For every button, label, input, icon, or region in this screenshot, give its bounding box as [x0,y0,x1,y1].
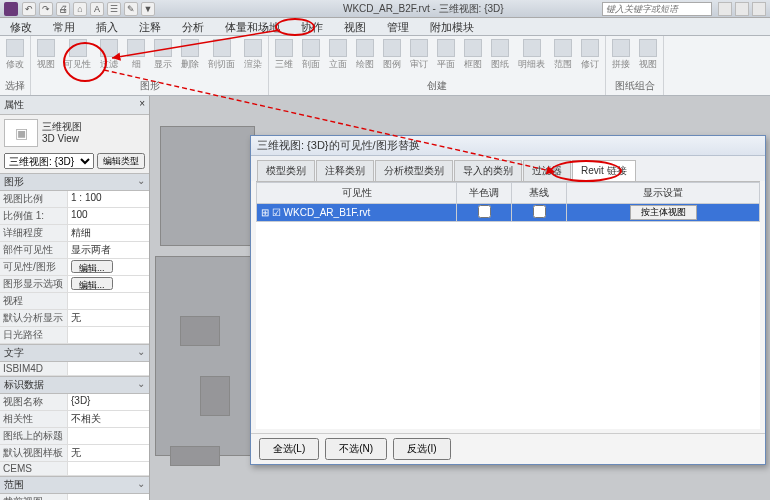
ribbon-三维[interactable]: 三维 [273,38,295,72]
ribbon-修订[interactable]: 修订 [579,38,601,72]
prop-row[interactable]: 相关性不相关 [0,411,149,428]
halftone-checkbox[interactable] [478,205,491,218]
ribbon-审订[interactable]: 审订 [408,38,430,72]
ribbon-剖面[interactable]: 剖面 [300,38,322,72]
app-icon[interactable] [4,2,18,16]
dtab-filters[interactable]: 过滤器 [523,160,571,181]
dtab-annot[interactable]: 注释类别 [316,160,374,181]
col-underlay[interactable]: 基线 [512,183,567,204]
ribbon-平面[interactable]: 平面 [435,38,457,72]
properties-panel: 属性× ▣ 三维视图 3D View 三维视图: {3D} 编辑类型 图形⌄视图… [0,96,150,500]
prop-row[interactable]: 详细程度精细 [0,225,149,242]
ribbon-剖切面[interactable]: 剖切面 [206,38,237,72]
prop-row[interactable]: 可见性/图形编辑... [0,259,149,276]
props-section-标识数据[interactable]: 标识数据⌄ [0,376,149,394]
ribbon-框图[interactable]: 框图 [462,38,484,72]
search-input[interactable] [602,2,712,16]
dtab-revit-links[interactable]: Revit 链接 [572,160,636,181]
prop-row[interactable]: 视程 [0,293,149,310]
tab-collab[interactable]: 协作 [291,18,334,35]
qat-home[interactable]: ⌂ [73,2,87,16]
qat-menu[interactable]: ☰ [107,2,121,16]
prop-row[interactable]: 图形显示选项编辑... [0,276,149,293]
tab-modify[interactable]: 修改 [0,18,43,35]
tab-manage[interactable]: 管理 [377,18,420,35]
links-table: 可见性 半色调 基线 显示设置 ⊞ ☑ WKCD_AR_B1F.rvt 按主体视… [256,182,760,222]
ribbon-明细表[interactable]: 明细表 [516,38,547,72]
prop-row[interactable]: 视图名称{3D} [0,394,149,411]
qat-print[interactable]: 🖨 [56,2,70,16]
dtab-imported[interactable]: 导入的类别 [454,160,522,181]
min-icon[interactable] [752,2,766,16]
dtab-analytical[interactable]: 分析模型类别 [375,160,453,181]
prop-row[interactable]: 图纸上的标题 [0,428,149,445]
ribbon-显示[interactable]: 显示 [152,38,174,72]
tab-annotate[interactable]: 注释 [129,18,172,35]
dtab-model[interactable]: 模型类别 [257,160,315,181]
col-display[interactable]: 显示设置 [567,183,760,204]
prop-row[interactable]: CEMS [0,462,149,476]
ribbon-视图[interactable]: 视图 [35,38,57,72]
ribbon-过滤[interactable]: 过滤 [98,38,120,72]
ribbon: 修改选择视图可见性过滤细显示删除剖切面渲染图形三维剖面立面绘图图例审订平面框图图… [0,36,770,96]
ribbon-渲染[interactable]: 渲染 [242,38,264,72]
type-name-en: 3D View [42,133,82,145]
ribbon-group-label: 创建 [273,79,601,93]
ribbon-删除[interactable]: 删除 [179,38,201,72]
ribbon-图例[interactable]: 图例 [381,38,403,72]
qat-redo[interactable]: ↷ [39,2,53,16]
col-halftone[interactable]: 半色调 [457,183,512,204]
display-settings-button[interactable]: 按主体视图 [630,205,697,220]
ribbon-绘图[interactable]: 绘图 [354,38,376,72]
type-selector[interactable]: 三维视图: {3D} [4,153,94,169]
prop-row[interactable]: 日光路径 [0,327,149,344]
ribbon-可见性[interactable]: 可见性 [62,38,93,72]
type-name: 三维视图 [42,121,82,133]
ribbon-图纸[interactable]: 图纸 [489,38,511,72]
qat-edit[interactable]: ✎ [124,2,138,16]
prop-row[interactable]: 默认分析显示无 [0,310,149,327]
props-section-文字[interactable]: 文字⌄ [0,344,149,362]
prop-row[interactable]: 默认视图样板无 [0,445,149,462]
prop-row[interactable]: ISBIM4D [0,362,149,376]
prop-row[interactable]: 视图比例1 : 100 [0,191,149,208]
visibility-graphics-dialog: 三维视图: {3D}的可见性/图形替换 模型类别 注释类别 分析模型类别 导入的… [250,135,766,465]
qat-undo[interactable]: ↶ [22,2,36,16]
dialog-title: 三维视图: {3D}的可见性/图形替换 [251,136,765,156]
tab-home[interactable]: 常用 [43,18,86,35]
select-all-button[interactable]: 全选(L) [259,438,319,460]
user-icon[interactable] [735,2,749,16]
col-visibility[interactable]: 可见性 [257,183,457,204]
close-icon[interactable]: × [139,98,145,112]
underlay-checkbox[interactable] [533,205,546,218]
prop-edit-button[interactable]: 编辑... [71,277,113,290]
window-title: WKCD_AR_B2F.rvt - 三维视图: {3D} [343,2,504,16]
ribbon-视图[interactable]: 视图 [637,38,659,72]
edit-type-button[interactable]: 编辑类型 [97,153,145,169]
ribbon-group-label: 选择 [4,79,26,93]
ribbon-范围[interactable]: 范围 [552,38,574,72]
type-thumbnail: ▣ [4,119,38,147]
select-none-button[interactable]: 不选(N) [325,438,387,460]
tab-insert[interactable]: 插入 [86,18,129,35]
ribbon-细[interactable]: 细 [125,38,147,72]
invert-selection-button[interactable]: 反选(I) [393,438,450,460]
ribbon-拼接[interactable]: 拼接 [610,38,632,72]
ribbon-修改[interactable]: 修改 [4,38,26,72]
tab-addins[interactable]: 附加模块 [420,18,485,35]
prop-row[interactable]: 比例值 1:100 [0,208,149,225]
tab-analyze[interactable]: 分析 [172,18,215,35]
link-row[interactable]: ⊞ ☑ WKCD_AR_B1F.rvt 按主体视图 [257,204,760,222]
tab-view[interactable]: 视图 [334,18,377,35]
tab-massing[interactable]: 体量和场地 [215,18,291,35]
props-section-图形[interactable]: 图形⌄ [0,173,149,191]
quick-access-toolbar: ↶ ↷ 🖨 ⌂ A ☰ ✎ ▼ [22,2,155,16]
qat-text[interactable]: A [90,2,104,16]
prop-row[interactable]: 裁剪视图 [0,494,149,500]
ribbon-立面[interactable]: 立面 [327,38,349,72]
help-icon[interactable] [718,2,732,16]
prop-row[interactable]: 部件可见性显示两者 [0,242,149,259]
qat-more[interactable]: ▼ [141,2,155,16]
prop-edit-button[interactable]: 编辑... [71,260,113,273]
props-section-范围[interactable]: 范围⌄ [0,476,149,494]
